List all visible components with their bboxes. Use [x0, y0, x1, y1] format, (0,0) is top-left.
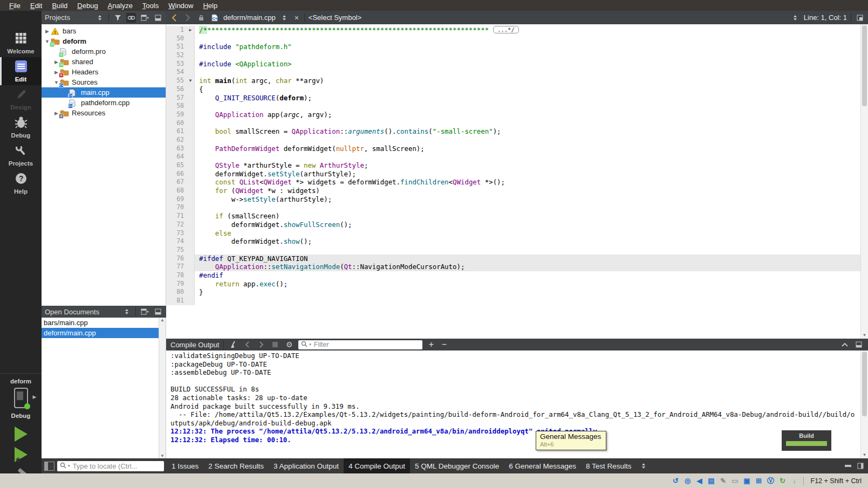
split-pane-icon[interactable] — [140, 307, 149, 317]
pane-selector-arrows-icon[interactable] — [95, 13, 105, 23]
close-pane-icon[interactable] — [153, 307, 163, 317]
pane-selector-arrows-icon[interactable] — [122, 307, 132, 317]
recording-icon[interactable]: ⊞ — [754, 476, 764, 486]
mode-tab-design[interactable]: Design — [0, 85, 42, 113]
fold-placeholder[interactable]: ...*/ — [493, 26, 519, 33]
tree-item-resources[interactable]: ▶●Resources — [42, 108, 166, 118]
output-pane-button-6-general-messages[interactable]: 6 General Messages — [504, 458, 581, 473]
debug-run-button[interactable]: ✱ — [15, 447, 28, 462]
scroll-down-arrow-icon[interactable]: ▼ — [863, 452, 867, 457]
output-pane-button-1-issues[interactable]: 1 Issues — [167, 458, 203, 473]
output-pane-button-8-test-results[interactable]: 8 Test Results — [581, 458, 637, 473]
tree-item-bars[interactable]: ▶!bars — [42, 26, 166, 36]
scroll-down-arrow-icon[interactable]: ▼ — [863, 333, 867, 338]
prev-item-icon[interactable] — [242, 340, 252, 349]
split-pane-icon[interactable] — [140, 13, 149, 23]
optical-drive-icon[interactable]: ◎ — [683, 476, 693, 486]
close-split-icon[interactable] — [855, 13, 865, 23]
tree-item-headers[interactable]: ▶hHeaders — [42, 67, 166, 77]
tree-item-deform-pro[interactable]: Qtdeform.pro — [42, 46, 166, 57]
tree-item-shared[interactable]: ▶Qtshared — [42, 57, 166, 67]
output-pane-button-2-search-results[interactable]: 2 Search Results — [203, 458, 269, 473]
go-forward-icon[interactable] — [183, 13, 193, 23]
menu-item-help[interactable]: Help — [198, 2, 222, 10]
display-icon[interactable]: ▣ — [742, 476, 752, 486]
usb-icon[interactable]: ✎ — [719, 476, 728, 486]
menu-item-analyze[interactable]: Analyze — [103, 2, 138, 10]
menu-item-build[interactable]: Build — [47, 2, 72, 10]
mode-tab-edit[interactable]: Edit — [0, 57, 42, 85]
open-document-item[interactable]: deform/main.cpp — [42, 328, 166, 338]
network-icon[interactable]: ▤ — [707, 476, 716, 486]
locator-input[interactable] — [72, 462, 169, 471]
tree-item-pathdeform-cpp[interactable]: C+pathdeform.cpp — [42, 98, 166, 108]
menu-item-file[interactable]: File — [4, 2, 25, 10]
run-button[interactable] — [15, 427, 28, 442]
close-output-pane-icon[interactable] — [854, 340, 864, 349]
code-line-text — [195, 68, 860, 77]
open-documents-scrollbar[interactable]: ▲▼ — [159, 318, 166, 458]
symbol-dropdown[interactable]: <Select Symbol> — [309, 13, 361, 22]
shared-folders-icon[interactable]: ▭ — [730, 476, 740, 486]
menu-item-debug[interactable]: Debug — [72, 2, 102, 10]
output-pane-button-4-compile-output[interactable]: 4 Compile Output — [344, 458, 410, 473]
tree-item-sources[interactable]: ▼C+Sources — [42, 77, 166, 87]
keyboard-capture-icon[interactable]: ↓ — [790, 476, 799, 486]
compile-output-text[interactable]: :validateSigningDebug UP-TO-DATE:package… — [166, 350, 860, 458]
fold-marker-icon — [187, 246, 195, 255]
open-file-dropdown[interactable]: deform/main.cpp — [223, 13, 276, 22]
edit-document-icon — [15, 60, 28, 75]
file-dropdown-arrows-icon[interactable] — [279, 13, 289, 23]
mode-tab-help[interactable]: ?Help — [0, 169, 42, 197]
toggle-right-sidebar-icon[interactable] — [856, 462, 865, 470]
kit-expand-arrow[interactable]: ▶ — [33, 394, 37, 400]
kit-selector[interactable]: deform ▶ Debug ✱ — [0, 373, 42, 485]
audio-icon[interactable]: ◀ — [695, 476, 705, 486]
virtualization-icon[interactable]: Ⓥ — [766, 476, 776, 486]
maximize-output-pane-icon[interactable] — [840, 340, 850, 349]
close-document-icon[interactable]: × — [293, 13, 300, 22]
editor-scrollbar[interactable]: ▼ — [860, 24, 868, 339]
android-target-icon[interactable]: ▶ — [14, 388, 28, 408]
open-document-item[interactable]: bars/main.cpp — [42, 318, 166, 328]
settings-gear-icon[interactable]: ⚙ — [284, 340, 294, 349]
stop-icon[interactable] — [270, 340, 280, 349]
output-filter-box[interactable]: ▾ — [298, 340, 422, 349]
close-pane-icon[interactable] — [153, 13, 163, 23]
mode-tab-projects[interactable]: Projects — [0, 141, 42, 169]
zoom-in-icon[interactable]: + — [427, 340, 435, 349]
cursor-position-arrows-icon[interactable] — [790, 13, 800, 23]
hard-disk-icon[interactable]: ↺ — [671, 476, 681, 486]
tree-item-deform[interactable]: ▼Qtdeform — [42, 36, 166, 46]
mode-tab-debug[interactable]: Debug — [0, 113, 42, 141]
projects-tree[interactable]: ▶!bars▼QtdeformQtdeform.pro▶Qtshared▶hHe… — [42, 24, 166, 306]
next-item-icon[interactable] — [256, 340, 266, 349]
output-scrollbar[interactable]: ▼ — [860, 350, 868, 458]
mouse-integration-icon[interactable]: ↻ — [778, 476, 788, 486]
clear-output-icon[interactable] — [228, 340, 238, 349]
tree-item-main-cpp[interactable]: C+main.cpp — [42, 87, 166, 98]
open-documents-list[interactable]: bars/main.cppdeform/main.cpp ▲▼ — [42, 318, 166, 458]
tree-expander-icon[interactable]: ▶ — [44, 29, 51, 34]
filter-tree-icon[interactable] — [113, 13, 122, 23]
fold-marker-icon — [187, 170, 195, 178]
output-pane-button-3-application-output[interactable]: 3 Application Output — [269, 458, 344, 473]
filter-options-caret-icon[interactable]: ▾ — [309, 342, 311, 347]
go-back-icon[interactable] — [169, 13, 179, 23]
mode-tab-welcome[interactable]: Welcome — [0, 29, 42, 57]
zoom-out-icon[interactable]: − — [440, 340, 448, 349]
output-pane-button-5-qml-debugger-console[interactable]: 5 QML Debugger Console — [410, 458, 504, 473]
toggle-left-sidebar-icon[interactable] — [44, 462, 54, 471]
fold-marker-icon[interactable]: ▶ — [187, 26, 195, 35]
locator-box[interactable]: ▾ — [57, 461, 164, 471]
output-filter-input[interactable] — [313, 340, 420, 349]
menu-item-tools[interactable]: Tools — [138, 2, 163, 10]
progress-details-icon[interactable] — [843, 462, 853, 470]
sync-with-editor-icon[interactable] — [126, 13, 136, 23]
menu-item-edit[interactable]: Edit — [25, 2, 47, 10]
output-panes-arrows-icon[interactable] — [639, 461, 648, 471]
fold-marker-icon[interactable]: ▼ — [187, 77, 195, 85]
menu-item-window[interactable]: Window — [163, 2, 198, 10]
code-editor[interactable]: 1▶/*************************************… — [166, 24, 860, 339]
locator-options-caret-icon[interactable]: ▾ — [68, 464, 70, 468]
